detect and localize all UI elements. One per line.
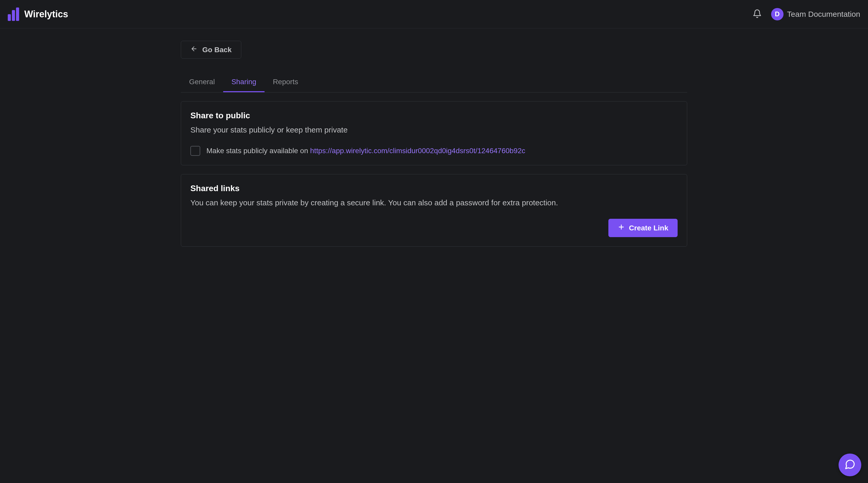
team-name: Team Documentation xyxy=(787,10,860,19)
make-public-checkbox[interactable] xyxy=(190,146,200,156)
avatar-initial: D xyxy=(775,10,780,18)
tab-reports[interactable]: Reports xyxy=(265,72,306,92)
public-checkbox-row: Make stats publicly available on https:/… xyxy=(190,146,678,156)
header-right: D Team Documentation xyxy=(752,8,860,21)
user-team-selector[interactable]: D Team Documentation xyxy=(771,8,860,21)
main-container: Go Back General Sharing Reports Share to… xyxy=(181,28,687,259)
go-back-label: Go Back xyxy=(202,46,232,54)
brand-name: Wirelytics xyxy=(24,9,68,20)
create-link-label: Create Link xyxy=(629,224,669,232)
arrow-left-icon xyxy=(190,45,197,54)
share-public-description: Share your stats publicly or keep them p… xyxy=(190,124,678,136)
chat-icon xyxy=(844,459,856,471)
public-url-link[interactable]: https://app.wirelytic.com/climsidur0002q… xyxy=(310,147,525,155)
logo-icon xyxy=(8,7,21,21)
share-public-card: Share to public Share your stats publicl… xyxy=(181,101,687,165)
tab-general[interactable]: General xyxy=(181,72,223,92)
chat-widget-button[interactable] xyxy=(839,454,861,476)
app-header: Wirelytics D Team Documentation xyxy=(0,0,868,28)
settings-tabs: General Sharing Reports xyxy=(181,72,687,93)
tab-sharing[interactable]: Sharing xyxy=(223,72,265,92)
create-link-button[interactable]: Create Link xyxy=(609,219,678,237)
plus-icon xyxy=(618,223,625,232)
header-left: Wirelytics xyxy=(8,7,68,21)
shared-links-card: Shared links You can keep your stats pri… xyxy=(181,174,687,247)
create-link-row: Create Link xyxy=(190,219,678,237)
public-checkbox-label: Make stats publicly available on https:/… xyxy=(207,147,525,155)
share-public-title: Share to public xyxy=(190,111,678,120)
avatar: D xyxy=(771,8,783,21)
go-back-button[interactable]: Go Back xyxy=(181,41,241,59)
shared-links-description: You can keep your stats private by creat… xyxy=(190,197,678,208)
public-checkbox-label-prefix: Make stats publicly available on xyxy=(207,147,310,155)
notification-bell-icon[interactable] xyxy=(752,9,762,20)
shared-links-title: Shared links xyxy=(190,184,678,193)
